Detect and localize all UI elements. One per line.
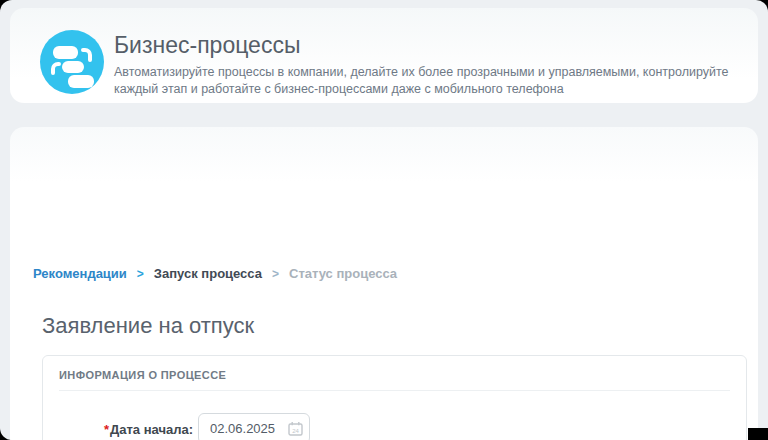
screen-corner-artifact [748,428,768,440]
business-processes-icon [40,30,104,94]
breadcrumb-item-recommendations[interactable]: Рекомендации [33,266,127,281]
screenshot-frame: Бизнес-процессы Автоматизируйте процессы… [0,0,768,440]
breadcrumb-item-start-process[interactable]: Запуск процесса [154,266,262,281]
chevron-right-icon: > [272,267,279,281]
start-date-input-wrap: 24 [198,413,310,440]
breadcrumb-item-process-status: Статус процесса [289,266,397,281]
business-processes-header-card: Бизнес-процессы Автоматизируйте процессы… [10,8,758,103]
start-date-label-text: Дата начала: [110,422,193,437]
start-date-input[interactable] [198,413,310,440]
document-title: Заявление на отпуск [42,313,254,339]
section-divider [59,390,730,391]
chevron-right-icon: > [137,267,144,281]
start-date-label: *Дата начала: [43,422,193,437]
page-heading: Бизнес-процессы [114,32,300,59]
process-info-section: ИНФОРМАЦИЯ О ПРОЦЕССЕ *Дата начала: 24 [42,355,747,440]
section-title: ИНФОРМАЦИЯ О ПРОЦЕССЕ [59,369,226,381]
page-description: Автоматизируйте процессы в компании, дел… [114,64,756,98]
required-asterisk: * [104,422,109,437]
breadcrumb: Рекомендации > Запуск процесса > Статус … [33,266,397,281]
content-card: Рекомендации > Запуск процесса > Статус … [10,127,758,440]
app-page: Бизнес-процессы Автоматизируйте процессы… [0,0,768,440]
